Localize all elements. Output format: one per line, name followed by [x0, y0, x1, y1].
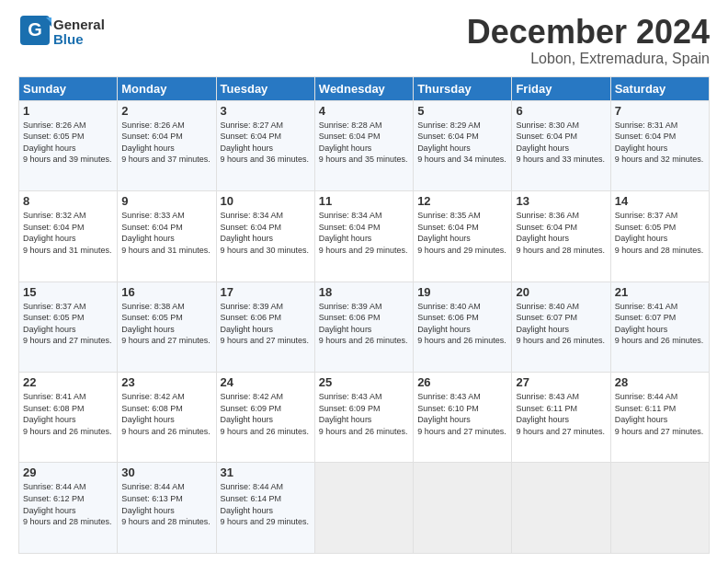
day-number: 4 [319, 104, 409, 118]
day-number: 6 [516, 104, 606, 118]
calendar-week-5: 29 Sunrise: 8:44 AM Sunset: 6:12 PM Dayl… [19, 463, 710, 554]
logo-icon: G [18, 14, 51, 47]
day-info: Sunrise: 8:44 AM Sunset: 6:13 PM Dayligh… [121, 481, 211, 527]
day-info: Sunrise: 8:43 AM Sunset: 6:11 PM Dayligh… [516, 391, 606, 437]
day-number: 7 [615, 104, 705, 118]
title-block: December 2024 Lobon, Extremadura, Spain [467, 14, 710, 67]
day-info: Sunrise: 8:39 AM Sunset: 6:06 PM Dayligh… [221, 301, 311, 347]
day-number: 28 [615, 375, 705, 389]
day-number: 30 [121, 465, 211, 479]
day-info: Sunrise: 8:28 AM Sunset: 6:04 PM Dayligh… [319, 120, 409, 166]
day-number: 21 [615, 285, 705, 299]
day-number: 8 [23, 194, 113, 208]
day-number: 13 [516, 194, 606, 208]
table-row: 9 Sunrise: 8:33 AM Sunset: 6:04 PM Dayli… [118, 191, 216, 282]
table-row: 3 Sunrise: 8:27 AM Sunset: 6:04 PM Dayli… [216, 100, 314, 190]
table-row: 27 Sunrise: 8:43 AM Sunset: 6:11 PM Dayl… [512, 373, 610, 463]
table-row: 16 Sunrise: 8:38 AM Sunset: 6:05 PM Dayl… [118, 282, 216, 372]
day-number: 18 [319, 285, 409, 299]
day-number: 5 [417, 104, 507, 118]
table-row: 7 Sunrise: 8:31 AM Sunset: 6:04 PM Dayli… [610, 100, 709, 190]
day-number: 10 [221, 194, 311, 208]
day-info: Sunrise: 8:37 AM Sunset: 6:05 PM Dayligh… [23, 301, 113, 347]
table-row: 19 Sunrise: 8:40 AM Sunset: 6:06 PM Dayl… [414, 282, 512, 372]
day-number: 26 [417, 375, 507, 389]
header: G General Blue December 2024 Lobon, Extr… [18, 14, 710, 67]
day-number: 29 [23, 465, 113, 479]
table-row [314, 463, 413, 554]
table-row: 8 Sunrise: 8:32 AM Sunset: 6:04 PM Dayli… [19, 191, 118, 282]
logo-blue: Blue [53, 32, 105, 48]
day-info: Sunrise: 8:34 AM Sunset: 6:04 PM Dayligh… [221, 210, 311, 256]
col-sunday: Sunday [19, 76, 118, 100]
day-info: Sunrise: 8:26 AM Sunset: 6:05 PM Dayligh… [23, 120, 113, 166]
table-row: 15 Sunrise: 8:37 AM Sunset: 6:05 PM Dayl… [19, 282, 118, 372]
day-number: 24 [221, 375, 311, 389]
day-number: 25 [319, 375, 409, 389]
day-info: Sunrise: 8:40 AM Sunset: 6:06 PM Dayligh… [417, 301, 507, 347]
table-row [414, 463, 512, 554]
table-row [512, 463, 610, 554]
day-number: 22 [23, 375, 113, 389]
table-row [610, 463, 709, 554]
day-info: Sunrise: 8:44 AM Sunset: 6:12 PM Dayligh… [23, 481, 113, 527]
logo-general: General [53, 17, 105, 33]
day-info: Sunrise: 8:44 AM Sunset: 6:11 PM Dayligh… [615, 391, 705, 437]
table-row: 2 Sunrise: 8:26 AM Sunset: 6:04 PM Dayli… [118, 100, 216, 190]
table-row: 10 Sunrise: 8:34 AM Sunset: 6:04 PM Dayl… [216, 191, 314, 282]
table-row: 29 Sunrise: 8:44 AM Sunset: 6:12 PM Dayl… [19, 463, 118, 554]
header-row: Sunday Monday Tuesday Wednesday Thursday… [19, 76, 710, 100]
table-row: 22 Sunrise: 8:41 AM Sunset: 6:08 PM Dayl… [19, 373, 118, 463]
day-number: 23 [121, 375, 211, 389]
day-info: Sunrise: 8:29 AM Sunset: 6:04 PM Dayligh… [417, 120, 507, 166]
table-row: 20 Sunrise: 8:40 AM Sunset: 6:07 PM Dayl… [512, 282, 610, 372]
table-row: 13 Sunrise: 8:36 AM Sunset: 6:04 PM Dayl… [512, 191, 610, 282]
table-row: 25 Sunrise: 8:43 AM Sunset: 6:09 PM Dayl… [314, 373, 413, 463]
calendar-week-2: 8 Sunrise: 8:32 AM Sunset: 6:04 PM Dayli… [19, 191, 710, 282]
svg-text:G: G [28, 19, 42, 40]
day-number: 19 [417, 285, 507, 299]
table-row: 6 Sunrise: 8:30 AM Sunset: 6:04 PM Dayli… [512, 100, 610, 190]
table-row: 17 Sunrise: 8:39 AM Sunset: 6:06 PM Dayl… [216, 282, 314, 372]
day-number: 20 [516, 285, 606, 299]
day-number: 17 [221, 285, 311, 299]
col-friday: Friday [512, 76, 610, 100]
day-info: Sunrise: 8:44 AM Sunset: 6:14 PM Dayligh… [221, 481, 311, 527]
table-row: 11 Sunrise: 8:34 AM Sunset: 6:04 PM Dayl… [314, 191, 413, 282]
day-info: Sunrise: 8:41 AM Sunset: 6:07 PM Dayligh… [615, 301, 705, 347]
day-info: Sunrise: 8:33 AM Sunset: 6:04 PM Dayligh… [121, 210, 211, 256]
month-title: December 2024 [467, 14, 710, 51]
day-number: 16 [121, 285, 211, 299]
day-info: Sunrise: 8:41 AM Sunset: 6:08 PM Dayligh… [23, 391, 113, 437]
location: Lobon, Extremadura, Spain [467, 51, 710, 67]
table-row: 14 Sunrise: 8:37 AM Sunset: 6:05 PM Dayl… [610, 191, 709, 282]
day-info: Sunrise: 8:38 AM Sunset: 6:05 PM Dayligh… [121, 301, 211, 347]
day-number: 1 [23, 104, 113, 118]
day-number: 9 [121, 194, 211, 208]
day-number: 3 [221, 104, 311, 118]
day-info: Sunrise: 8:40 AM Sunset: 6:07 PM Dayligh… [516, 301, 606, 347]
day-number: 14 [615, 194, 705, 208]
table-row: 21 Sunrise: 8:41 AM Sunset: 6:07 PM Dayl… [610, 282, 709, 372]
day-info: Sunrise: 8:32 AM Sunset: 6:04 PM Dayligh… [23, 210, 113, 256]
day-info: Sunrise: 8:30 AM Sunset: 6:04 PM Dayligh… [516, 120, 606, 166]
day-info: Sunrise: 8:42 AM Sunset: 6:09 PM Dayligh… [221, 391, 311, 437]
calendar-body: 1 Sunrise: 8:26 AM Sunset: 6:05 PM Dayli… [19, 100, 710, 553]
table-row: 12 Sunrise: 8:35 AM Sunset: 6:04 PM Dayl… [414, 191, 512, 282]
day-number: 12 [417, 194, 507, 208]
table-row: 31 Sunrise: 8:44 AM Sunset: 6:14 PM Dayl… [216, 463, 314, 554]
day-info: Sunrise: 8:31 AM Sunset: 6:04 PM Dayligh… [615, 120, 705, 166]
calendar-table: Sunday Monday Tuesday Wednesday Thursday… [18, 76, 710, 554]
table-row: 23 Sunrise: 8:42 AM Sunset: 6:08 PM Dayl… [118, 373, 216, 463]
table-row: 26 Sunrise: 8:43 AM Sunset: 6:10 PM Dayl… [414, 373, 512, 463]
day-info: Sunrise: 8:35 AM Sunset: 6:04 PM Dayligh… [417, 210, 507, 256]
day-info: Sunrise: 8:42 AM Sunset: 6:08 PM Dayligh… [121, 391, 211, 437]
day-info: Sunrise: 8:43 AM Sunset: 6:09 PM Dayligh… [319, 391, 409, 437]
table-row: 1 Sunrise: 8:26 AM Sunset: 6:05 PM Dayli… [19, 100, 118, 190]
day-number: 31 [221, 465, 311, 479]
day-info: Sunrise: 8:26 AM Sunset: 6:04 PM Dayligh… [121, 120, 211, 166]
col-saturday: Saturday [610, 76, 709, 100]
day-info: Sunrise: 8:37 AM Sunset: 6:05 PM Dayligh… [615, 210, 705, 256]
day-info: Sunrise: 8:39 AM Sunset: 6:06 PM Dayligh… [319, 301, 409, 347]
table-row: 30 Sunrise: 8:44 AM Sunset: 6:13 PM Dayl… [118, 463, 216, 554]
